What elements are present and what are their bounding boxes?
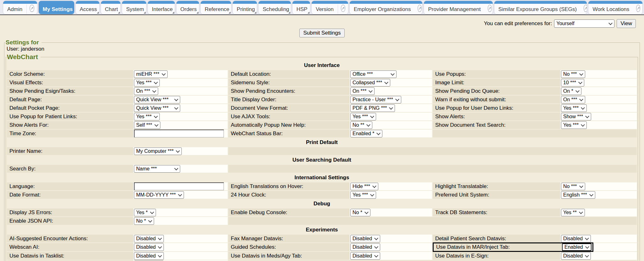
use-popup-for-patient-links-select[interactable]: Yes *** <box>134 113 160 120</box>
warn-if-exiting-without-submit-select[interactable]: On *** <box>561 96 585 103</box>
tab-employer-organizations[interactable]: Employer Organizations↗ <box>350 1 423 14</box>
setting-cell-wrap: Use Popups:No *** <box>433 70 637 78</box>
show-pending-esign-tasks-select[interactable]: On *** <box>134 87 158 95</box>
setting-label: Show Pending Doc Queue: <box>433 87 560 95</box>
document-view-format-select[interactable]: PDF & PNG *** <box>350 104 395 112</box>
use-datavis-in-mar-inject-tab-select[interactable]: Enabled <box>562 243 591 251</box>
use-popups-select[interactable]: No *** <box>561 70 585 78</box>
show-document-text-search-select[interactable]: Yes *** <box>561 121 587 129</box>
tab-hsp[interactable]: HSP <box>292 1 310 14</box>
tab-scheduling[interactable]: Scheduling <box>258 1 291 14</box>
setting-cell-wrap: Use Popup for Patient Links:Yes *** <box>7 113 228 120</box>
tab-label: Scheduling <box>258 1 291 13</box>
tab-my-settings[interactable]: My Settings <box>39 1 74 14</box>
empty-cell <box>433 130 637 137</box>
tab-reference[interactable]: Reference <box>201 1 231 14</box>
time-zone-input[interactable] <box>134 130 224 137</box>
setting-cell-wrap: Use Popup for User Demo Links:Yes *** <box>433 104 637 112</box>
select-value: Disabled <box>563 253 583 259</box>
highlight-translatable-select[interactable]: No *** <box>561 183 585 190</box>
setting-time-zone: Time Zone: <box>7 130 228 137</box>
default-pocket-page-select[interactable]: Quick View *** <box>134 104 180 112</box>
setting-image-limit: Image Limit:10 *** <box>433 79 637 86</box>
tab-access[interactable]: Access <box>76 1 99 14</box>
use-datavis-in-meds-agy-tab-select[interactable]: Disabled <box>350 252 380 260</box>
setting-value-cell: Name *** <box>133 165 228 173</box>
show-alerts-for-select[interactable]: Self *** <box>134 121 160 129</box>
external-link-icon[interactable]: ↗ <box>584 5 587 12</box>
color-scheme-select[interactable]: miEHR *** <box>134 70 168 78</box>
setting-value-cell <box>133 182 228 190</box>
chevron-down-icon <box>585 114 589 118</box>
detail-patient-search-datavis-select[interactable]: Disabled <box>561 235 591 242</box>
printer-name-select[interactable]: My Computer *** <box>134 147 182 155</box>
ai-suggested-encounter-actions-select[interactable]: Disabled <box>134 235 164 242</box>
setting-cell-wrap: AI-Suggested Encounter Actions:Disabled <box>7 235 228 242</box>
view-button[interactable]: View <box>617 19 636 28</box>
tab-interface[interactable]: Interface <box>148 1 175 14</box>
external-link-icon[interactable]: ↗ <box>30 5 34 12</box>
preferences-for-select[interactable]: Yourself <box>554 19 614 28</box>
external-link-icon[interactable]: ↗ <box>341 5 345 12</box>
external-link-icon[interactable]: ↗ <box>636 5 640 12</box>
search-by-select[interactable]: Name *** <box>134 165 180 173</box>
tab-similar-exposure-groups-segs[interactable]: Similar Exposure Groups (SEGs)↗ <box>494 1 587 14</box>
display-js-errors-select[interactable]: Yes * <box>134 209 156 216</box>
chevron-down-icon <box>575 89 580 93</box>
tab-provider-management[interactable]: Provider Management↗ <box>424 1 492 14</box>
default-location-select[interactable]: Office *** <box>350 70 397 78</box>
setting-value-cell: Disabled <box>133 252 228 260</box>
visual-effects-select[interactable]: Yes *** <box>134 79 160 86</box>
external-link-icon[interactable]: ↗ <box>488 5 492 12</box>
tab-orders[interactable]: Orders <box>176 1 199 14</box>
webchart-status-bar-select[interactable]: Enabled * <box>350 130 382 137</box>
setting-show-document-text-search: Show Document Text Search:Yes *** <box>433 121 637 129</box>
webscan-ai-select[interactable]: Disabled <box>134 243 164 251</box>
fax-manager-datavis-select[interactable]: Disabled <box>350 235 380 242</box>
sidemenu-style-select[interactable]: Collapsed *** <box>350 79 390 86</box>
enable-debug-console-select[interactable]: No * <box>350 209 370 216</box>
setting-label: Use AJAX Tools: <box>228 113 350 120</box>
use-datavis-in-tasklist-select[interactable]: Disabled <box>134 252 164 260</box>
show-pending-encounters-select[interactable]: On *** <box>350 87 375 95</box>
setting-color-scheme: Color Scheme:miEHR *** <box>7 70 228 78</box>
use-popup-for-user-demo-links-select[interactable]: Yes *** <box>561 104 587 112</box>
automatically-popup-new-help-select[interactable]: No ** <box>350 121 372 129</box>
external-link-icon[interactable]: ↗ <box>418 5 422 12</box>
select-value: Disabled <box>136 236 156 242</box>
show-pending-doc-queue-select[interactable]: On * <box>561 87 581 95</box>
tab-work-locations[interactable]: Work Locations↗ <box>588 1 642 14</box>
tab-version[interactable]: Version↗ <box>312 1 348 14</box>
setting-cell-wrap: Title Display Order:Practice - User *** <box>228 96 432 103</box>
setting-track-db-statements: Track DB Statements:Yes ** <box>433 208 637 216</box>
image-limit-select[interactable]: 10 *** <box>561 79 584 86</box>
select-value: Yourself <box>556 21 574 26</box>
default-page-select[interactable]: Quick View *** <box>134 96 180 103</box>
english-translations-on-hover-select[interactable]: Hide *** <box>350 183 378 190</box>
24-hour-clock-select[interactable]: Yes *** <box>350 191 376 199</box>
track-db-statements-select[interactable]: Yes ** <box>561 209 585 216</box>
settings-row: Webscan AI:DisabledGuided Schedules:Disa… <box>7 243 637 251</box>
setting-search-by: Search By:Name *** <box>7 165 228 173</box>
tab-printing[interactable]: Printing <box>233 1 257 14</box>
guided-schedules-select[interactable]: Disabled <box>350 243 380 251</box>
enable-json-api-select[interactable]: No * <box>134 217 154 225</box>
preferred-unit-system-select[interactable]: English *** <box>561 191 595 199</box>
select-value: Enabled * <box>353 131 374 136</box>
tab-chart[interactable]: Chart <box>101 1 121 14</box>
show-alerts-select[interactable]: Show *** <box>561 113 591 120</box>
use-ajax-tools-select[interactable]: Yes *** <box>350 113 376 120</box>
date-format-select[interactable]: MM-DD-YYYY *** <box>134 191 184 199</box>
select-value: On *** <box>353 88 366 94</box>
empty-cell <box>228 147 637 155</box>
setting-cell-wrap: Sidemenu Style:Collapsed *** <box>228 79 432 86</box>
title-display-order-select[interactable]: Practice - User *** <box>350 96 401 103</box>
tab-system[interactable]: System <box>122 1 146 14</box>
tab-admin[interactable]: Admin↗ <box>3 1 37 14</box>
submenu-indicator-icon <box>197 12 198 14</box>
language-input[interactable] <box>134 182 224 190</box>
use-datavis-in-e-sign-select[interactable]: Disabled <box>561 252 591 260</box>
chevron-down-icon <box>162 72 166 76</box>
submit-settings-button[interactable]: Submit Settings <box>299 29 344 37</box>
setting-visual-effects: Visual Effects:Yes *** <box>7 79 228 86</box>
